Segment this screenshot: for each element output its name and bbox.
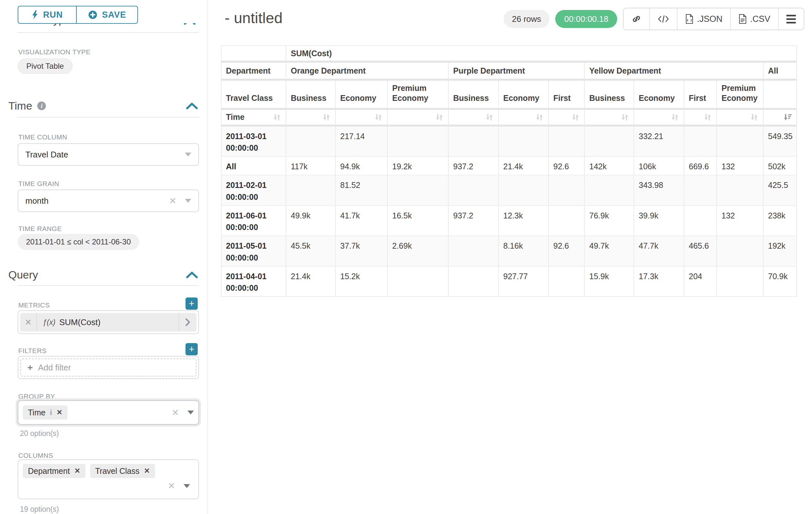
copy-link-button[interactable] xyxy=(624,8,649,30)
chart-title[interactable]: - untitled xyxy=(225,9,283,27)
sort-icon[interactable] xyxy=(322,112,331,122)
code-icon xyxy=(658,14,669,24)
table-row: 2011-04-01 00:00:00 21.4k 15.2k 927.77 1… xyxy=(221,267,797,297)
query-section-header[interactable]: Query xyxy=(8,269,38,281)
sort-icon[interactable] xyxy=(272,112,282,122)
table-row: 2011-05-01 00:00:00 45.5k 37.7k 2.69k 8.… xyxy=(221,236,797,267)
sort-icon[interactable] xyxy=(749,112,759,122)
time-range-label: TIME RANGE xyxy=(18,225,62,233)
department-header-cell: All xyxy=(763,63,797,81)
function-icon: ƒ(x) xyxy=(43,318,56,327)
file-icon xyxy=(685,14,694,24)
sort-icon[interactable] xyxy=(703,112,713,122)
corner-cell xyxy=(221,45,286,63)
filters-label: FILTERS xyxy=(18,347,47,355)
superset-explore-screen: Chart Type RUN SAVE VISUALIZATION TYPE P… xyxy=(0,0,812,514)
add-filter-plus-button[interactable]: + xyxy=(185,343,198,355)
time-grain-select[interactable]: month ✕ xyxy=(18,190,199,212)
info-icon: i xyxy=(37,102,46,110)
save-button[interactable]: SAVE xyxy=(76,6,138,24)
sort-icon[interactable] xyxy=(535,112,544,122)
metric-header-cell: SUM(Cost) xyxy=(286,45,797,63)
time-column-label: TIME COLUMN xyxy=(18,133,67,141)
table-row: 2011-06-01 00:00:00 49.9k 41.7k 16.5k 93… xyxy=(221,206,797,237)
class-header-cell: Premium Economy xyxy=(388,81,449,110)
columns-chip-travel-class[interactable]: Travel Class ✕ xyxy=(90,464,155,478)
group-by-label: GROUP BY xyxy=(18,393,55,400)
metric-name: SUM(Cost) xyxy=(59,317,101,327)
time-row-label: Time xyxy=(226,112,244,122)
metric-header-row: SUM(Cost) xyxy=(221,45,797,63)
class-header-cell: Economy xyxy=(634,81,684,110)
clear-icon[interactable]: ✕ xyxy=(168,481,175,491)
clear-icon[interactable]: ✕ xyxy=(172,407,179,418)
remove-metric-icon[interactable]: ✕ xyxy=(20,313,37,331)
columns-label: COLUMNS xyxy=(18,452,53,459)
time-section-collapse-icon[interactable] xyxy=(185,102,198,110)
sidebar-button-bar: RUN SAVE xyxy=(0,0,207,23)
sort-icon[interactable] xyxy=(435,112,444,122)
sort-descending-icon[interactable] xyxy=(783,112,792,122)
pivot-table: SUM(Cost) Department Orange Department P… xyxy=(221,45,797,297)
panel-divider xyxy=(207,0,208,514)
lightning-bolt-icon xyxy=(31,10,38,20)
time-range-value[interactable]: 2011-01-01 ≤ col < 2011-06-30 xyxy=(18,234,139,250)
file-icon xyxy=(738,14,747,24)
sort-icon[interactable] xyxy=(374,112,383,122)
columns-chip-department[interactable]: Department ✕ xyxy=(23,464,85,478)
view-query-button[interactable] xyxy=(649,8,677,30)
add-metric-button[interactable]: + xyxy=(185,297,198,310)
query-section-collapse-icon[interactable] xyxy=(185,270,198,279)
time-grain-label: TIME GRAIN xyxy=(18,180,59,188)
control-panel-sidebar: Chart Type RUN SAVE VISUALIZATION TYPE P… xyxy=(0,0,207,514)
time-column-select[interactable]: Travel Date xyxy=(18,143,199,166)
remove-chip-icon[interactable]: ✕ xyxy=(75,467,80,475)
divider xyxy=(18,32,199,33)
sort-header-row: Time xyxy=(221,110,797,127)
class-header-cell: Business xyxy=(449,81,499,110)
department-header-cell: Orange Department xyxy=(286,63,449,81)
table-row: All 117k 94.9k 19.2k 937.2 21.4k 92.6 14… xyxy=(221,157,797,175)
class-header-cell: First xyxy=(549,81,585,110)
table-row: 2011-02-01 00:00:00 81.52 343.98 425.5 xyxy=(221,175,797,206)
group-by-chip-time[interactable]: Time i ✕ xyxy=(23,405,67,420)
columns-select[interactable]: Department ✕ Travel Class ✕ ✕ xyxy=(18,459,199,499)
class-header-cell: Business xyxy=(286,81,336,110)
sort-icon[interactable] xyxy=(571,112,580,122)
divider xyxy=(18,117,199,117)
chevron-down-icon xyxy=(185,153,191,157)
class-header-cell: Economy xyxy=(336,81,388,110)
link-icon xyxy=(631,14,642,24)
menu-icon xyxy=(786,15,796,23)
travel-class-dimension-label: Travel Class xyxy=(221,81,286,110)
group-by-options-hint: 20 option(s) xyxy=(20,429,59,438)
info-icon: i xyxy=(50,408,52,417)
add-filter-dropzone[interactable]: + Add filter xyxy=(20,358,196,377)
run-button[interactable]: RUN xyxy=(18,6,76,24)
row-count-badge: 26 rows xyxy=(503,10,549,28)
remove-chip-icon[interactable]: ✕ xyxy=(57,408,62,417)
chevron-down-icon xyxy=(185,199,191,203)
more-options-button[interactable] xyxy=(778,8,804,30)
chevron-down-icon xyxy=(187,410,194,414)
columns-options-hint: 19 option(s) xyxy=(20,505,59,514)
metrics-label: METRICS xyxy=(18,301,50,309)
sort-icon[interactable] xyxy=(670,112,680,122)
export-json-button[interactable]: .JSON xyxy=(677,8,730,30)
group-by-select[interactable]: Time i ✕ ✕ xyxy=(18,400,199,425)
expand-metric-icon[interactable] xyxy=(178,313,196,331)
export-csv-button[interactable]: .CSV xyxy=(730,8,778,30)
sort-icon[interactable] xyxy=(485,112,494,122)
visualization-type-value[interactable]: Pivot Table xyxy=(18,58,72,74)
plus-circle-icon xyxy=(88,10,97,20)
time-section-header[interactable]: Time i xyxy=(8,100,46,112)
query-timer-badge: 00:00:00.18 xyxy=(555,10,617,28)
divider xyxy=(18,285,199,286)
remove-chip-icon[interactable]: ✕ xyxy=(144,467,150,475)
filters-control: + Add filter xyxy=(18,356,199,379)
travel-class-header-row: Travel Class Business Economy Premium Ec… xyxy=(221,81,797,110)
clear-icon[interactable]: ✕ xyxy=(169,196,176,206)
class-header-cell xyxy=(763,81,797,110)
sort-icon[interactable] xyxy=(620,112,630,122)
metric-pill[interactable]: ✕ ƒ(x) SUM(Cost) xyxy=(20,313,196,331)
